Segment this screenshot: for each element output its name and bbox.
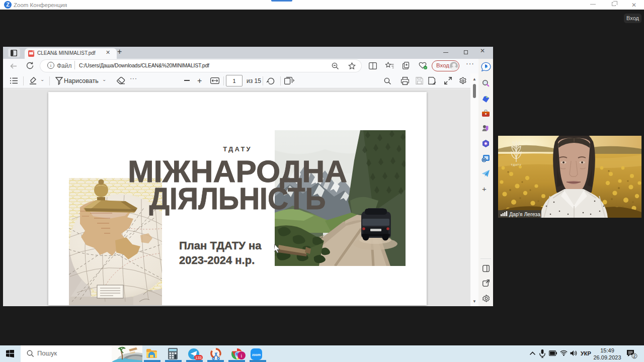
- svg-text:zoom: zoom: [252, 353, 261, 356]
- svg-text:i: i: [241, 353, 243, 358]
- svg-text:133: 133: [195, 355, 202, 360]
- svg-text:2: 2: [633, 353, 635, 358]
- svg-text:Дар'я Легеза: Дар'я Легеза: [509, 211, 540, 217]
- svg-text:ТДАТУ: ТДАТУ: [511, 163, 522, 166]
